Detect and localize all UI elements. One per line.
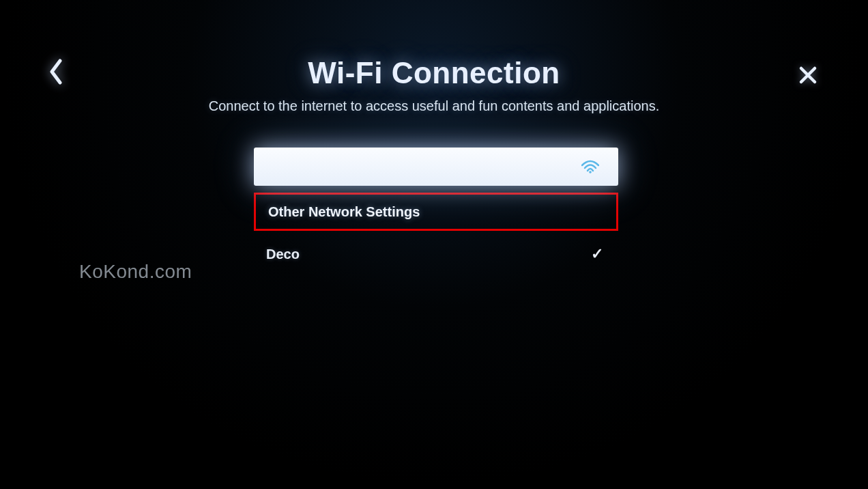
- network-item-deco[interactable]: Deco ✓: [254, 235, 618, 273]
- close-button[interactable]: [796, 63, 820, 87]
- wifi-icon: [581, 160, 599, 173]
- other-network-settings-label: Other Network Settings: [268, 204, 420, 220]
- network-item-selected[interactable]: [254, 148, 618, 186]
- page-title: Wi-Fi Connection: [308, 56, 560, 90]
- svg-point-0: [589, 171, 592, 173]
- check-icon: ✓: [591, 245, 603, 263]
- network-list: Other Network Settings Deco ✓: [254, 148, 618, 273]
- other-network-settings-button[interactable]: Other Network Settings: [254, 193, 618, 231]
- network-item-label: Deco: [266, 247, 300, 262]
- back-button[interactable]: [42, 58, 70, 85]
- close-icon: [798, 66, 818, 85]
- chevron-left-icon: [48, 58, 64, 85]
- watermark-text: KoKond.com: [79, 261, 192, 283]
- page-subtitle: Connect to the internet to access useful…: [209, 98, 659, 114]
